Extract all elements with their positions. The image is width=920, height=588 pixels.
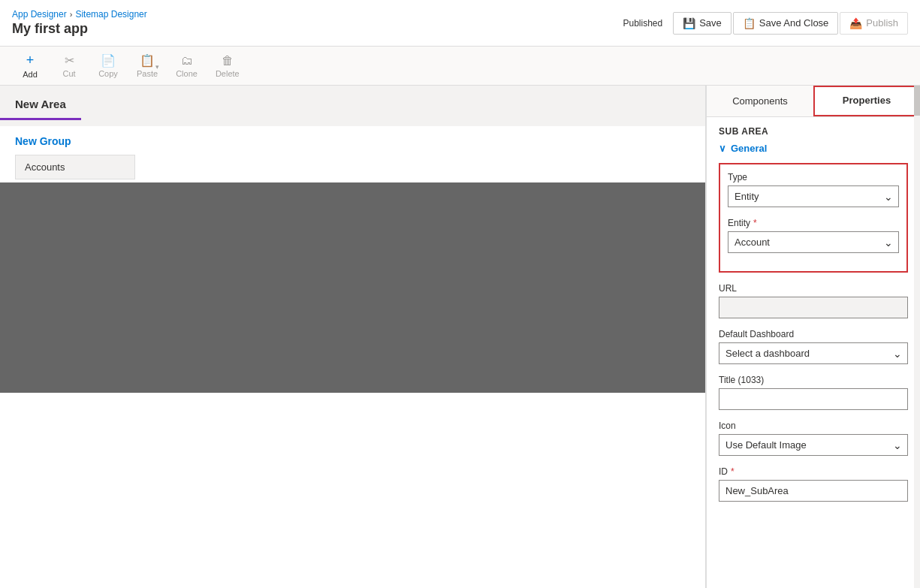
paste-label: Paste xyxy=(137,69,158,78)
app-title: My first app xyxy=(12,21,147,37)
publish-label: Publish xyxy=(866,17,898,29)
top-bar-left: App Designer › Sitemap Designer My first… xyxy=(12,9,147,37)
breadcrumb: App Designer › Sitemap Designer xyxy=(12,9,147,20)
scrollbar-track[interactable] xyxy=(914,86,920,588)
add-tool[interactable]: + Add xyxy=(12,50,48,82)
id-input[interactable]: New_SubArea xyxy=(719,480,908,502)
cut-label: Cut xyxy=(62,69,75,78)
type-select-wrapper: Entity xyxy=(728,185,899,207)
breadcrumb-app-designer[interactable]: App Designer xyxy=(12,9,67,20)
save-icon: 💾 xyxy=(683,17,695,29)
dashboard-select-wrapper: Select a dashboard xyxy=(719,342,908,364)
subarea-item[interactable]: Accounts xyxy=(15,155,135,179)
save-label: Save xyxy=(699,17,722,29)
id-required: * xyxy=(731,466,734,477)
entity-label: Entity * xyxy=(728,218,899,228)
type-label: Type xyxy=(728,172,899,182)
icon-select[interactable]: Use Default Image xyxy=(719,434,908,456)
type-select[interactable]: Entity xyxy=(728,185,899,207)
general-section[interactable]: ∨ General xyxy=(719,143,908,154)
paste-dropdown-arrow: ▾ xyxy=(155,63,159,71)
entity-required: * xyxy=(753,218,757,228)
copy-label: Copy xyxy=(98,69,118,78)
icon-label: Icon xyxy=(719,421,908,431)
entity-group: Entity * Account xyxy=(728,218,899,253)
canvas-bottom xyxy=(0,182,705,393)
dashboard-label: Default Dashboard xyxy=(719,329,908,339)
delete-tool[interactable]: 🗑 Delete xyxy=(208,51,247,81)
tab-properties[interactable]: Properties xyxy=(813,86,920,116)
url-label: URL xyxy=(719,283,908,294)
clone-icon: 🗂 xyxy=(181,54,193,68)
paste-icon: 📋 xyxy=(140,53,155,68)
entity-select[interactable]: Account xyxy=(728,231,899,253)
top-bar-right: Published 💾 Save 📋 Save And Close 📤 Publ… xyxy=(623,12,908,35)
breadcrumb-sitemap-designer[interactable]: Sitemap Designer xyxy=(75,9,146,20)
copy-tool[interactable]: 📄 Copy xyxy=(90,50,126,81)
collapse-icon: ∨ xyxy=(719,143,726,154)
save-button[interactable]: 💾 Save xyxy=(673,12,731,35)
scrollbar-thumb[interactable] xyxy=(914,86,920,116)
type-entity-box: Type Entity Entity * xyxy=(719,163,908,273)
group-label[interactable]: New Group xyxy=(0,126,705,152)
sub-area-title: SUB AREA xyxy=(719,126,908,137)
panel-tabs: Components Properties xyxy=(707,86,920,117)
right-panel: Components Properties SUB AREA ∨ General… xyxy=(706,86,920,588)
dashboard-group: Default Dashboard Select a dashboard xyxy=(719,329,908,364)
id-label: ID * xyxy=(719,466,908,477)
area-header-bar: New Area xyxy=(0,86,705,126)
cut-tool[interactable]: ✂ Cut xyxy=(51,50,87,81)
type-group: Type Entity xyxy=(728,172,899,207)
cut-icon: ✂ xyxy=(65,53,74,68)
toolbar: + Add ✂ Cut 📄 Copy 📋 Paste ▾ 🗂 Clone 🗑 D… xyxy=(0,47,920,86)
url-group: URL xyxy=(719,283,908,318)
copy-icon: 📄 xyxy=(101,53,116,68)
id-group: ID * New_SubArea xyxy=(719,466,908,502)
breadcrumb-separator: › xyxy=(70,10,73,19)
panel-content: SUB AREA ∨ General Type Entity xyxy=(707,117,920,588)
top-bar: App Designer › Sitemap Designer My first… xyxy=(0,0,920,47)
save-and-close-label: Save And Close xyxy=(759,17,829,29)
publish-button[interactable]: 📤 Publish xyxy=(840,12,908,35)
add-label: Add xyxy=(23,70,38,79)
published-badge: Published xyxy=(623,18,662,29)
icon-select-wrapper: Use Default Image xyxy=(719,434,908,456)
url-input[interactable] xyxy=(719,297,908,318)
canvas-area: New Area New Group Accounts xyxy=(0,86,706,588)
title-group: Title (1033) xyxy=(719,375,908,410)
clone-label: Clone xyxy=(176,69,198,78)
area-header: New Area xyxy=(0,92,81,120)
title-label: Title (1033) xyxy=(719,375,908,385)
entity-select-wrapper: Account xyxy=(728,231,899,253)
save-close-icon: 📋 xyxy=(743,17,756,29)
clone-tool[interactable]: 🗂 Clone xyxy=(168,51,205,81)
dashboard-select[interactable]: Select a dashboard xyxy=(719,342,908,364)
delete-icon: 🗑 xyxy=(222,54,234,68)
publish-icon: 📤 xyxy=(849,17,862,29)
tab-components[interactable]: Components xyxy=(707,86,813,116)
save-and-close-button[interactable]: 📋 Save And Close xyxy=(733,12,839,35)
title-input[interactable] xyxy=(719,388,908,410)
add-icon: + xyxy=(26,53,35,68)
paste-tool[interactable]: 📋 Paste ▾ xyxy=(129,50,165,81)
icon-group: Icon Use Default Image xyxy=(719,421,908,456)
general-label: General xyxy=(731,143,767,154)
delete-label: Delete xyxy=(216,69,240,78)
main-layout: New Area New Group Accounts Components P… xyxy=(0,86,920,588)
